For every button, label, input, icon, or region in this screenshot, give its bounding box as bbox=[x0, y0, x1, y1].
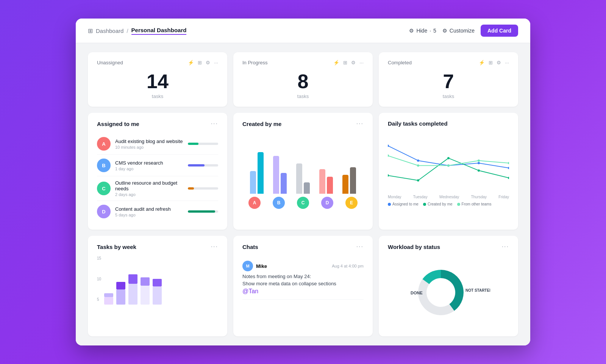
donut-chart-wrap: DONENOT STARTED bbox=[388, 256, 509, 329]
svg-point-4 bbox=[508, 167, 509, 169]
stat-unassigned-actions: ⚡ ⊞ ⚙ ··· bbox=[188, 60, 218, 65]
day-label: Thursday bbox=[471, 195, 487, 199]
add-card-button[interactable]: Add Card bbox=[481, 25, 518, 37]
y-label: 10 bbox=[97, 277, 101, 281]
bar-group bbox=[250, 152, 264, 194]
task-name: Outline resource and budget needs bbox=[115, 180, 183, 191]
bar-group bbox=[296, 163, 310, 194]
stat-completed: Completed ⚡ ⊞ ⚙ ··· 7 tasks bbox=[379, 52, 518, 107]
workload-title: Workload by status bbox=[388, 244, 440, 250]
settings-icon: ⚙ bbox=[442, 28, 447, 34]
task-item[interactable]: C Outline resource and budget needs 2 da… bbox=[97, 176, 218, 201]
task-time: 2 days ago bbox=[115, 192, 183, 197]
svg-point-6 bbox=[417, 179, 419, 182]
legend-item: From other teams bbox=[457, 202, 492, 206]
svg-point-7 bbox=[447, 157, 450, 159]
expand-icon[interactable]: ⊞ bbox=[489, 60, 493, 65]
stat-inprogress-actions: ⚡ ⊞ ⚙ ··· bbox=[333, 60, 364, 65]
bottom-grid: Tasks by week ··· 15105 Chats ··· M Mike bbox=[88, 236, 518, 336]
daily-title: Daily tasks completed bbox=[388, 120, 448, 127]
svg-text:NOT STARTED: NOT STARTED bbox=[465, 288, 490, 292]
created-title: Created by me bbox=[242, 121, 281, 127]
svg-text:DONE: DONE bbox=[411, 291, 423, 295]
workload-menu[interactable]: ··· bbox=[502, 243, 509, 250]
breadcrumb-link[interactable]: Dashboard bbox=[96, 28, 123, 34]
legend-item: Created by me bbox=[423, 202, 453, 206]
chats-more-menu[interactable]: ··· bbox=[356, 243, 364, 250]
bar-chart-avatar: B bbox=[273, 197, 285, 209]
bar-chart-avatar: A bbox=[248, 197, 261, 209]
more-icon[interactable]: ··· bbox=[359, 60, 364, 65]
bar-group bbox=[342, 167, 356, 194]
filter-icon[interactable]: ⚡ bbox=[479, 60, 485, 65]
stats-row: Unassigned ⚡ ⊞ ⚙ ··· 14 tasks In Progres… bbox=[88, 52, 518, 107]
stat-completed-label: tasks bbox=[388, 93, 509, 99]
hide-button[interactable]: ⚙ Hide · 5 bbox=[409, 28, 436, 34]
svg-point-14 bbox=[508, 162, 509, 164]
more-icon[interactable]: ··· bbox=[214, 60, 218, 65]
dashboard-icon: ⊞ bbox=[88, 27, 93, 34]
day-label: Friday bbox=[498, 195, 509, 199]
svg-point-1 bbox=[417, 159, 419, 162]
workload-card: Workload by status ··· DONENOT STARTED bbox=[379, 236, 518, 336]
chats-title: Chats bbox=[242, 244, 258, 250]
task-list: A Audit existing blog and website 10 min… bbox=[97, 133, 218, 222]
day-label: Tuesday bbox=[413, 195, 428, 199]
weekly-chart bbox=[103, 259, 163, 305]
assigned-to-me-card: Assigned to me ··· A Audit existing blog… bbox=[88, 113, 227, 230]
header: ⊞ Dashboard / Personal Dashboard ⚙ Hide … bbox=[76, 19, 530, 43]
svg-point-12 bbox=[447, 165, 450, 167]
y-label: 15 bbox=[97, 256, 101, 260]
header-actions: ⚙ Hide · 5 ⚙ Customize Add Card bbox=[409, 25, 518, 37]
expand-icon[interactable]: ⊞ bbox=[343, 60, 347, 65]
more-icon[interactable]: ··· bbox=[505, 60, 509, 65]
task-name: Audit existing blog and website bbox=[115, 138, 183, 144]
breadcrumb-current: Personal Dashboard bbox=[131, 27, 187, 35]
created-bar-chart bbox=[242, 133, 364, 194]
stat-completed-actions: ⚡ ⊞ ⚙ ··· bbox=[479, 60, 509, 65]
gear-icon[interactable]: ⚙ bbox=[206, 60, 210, 65]
daily-tasks-card: Daily tasks completed MondayTuesdayWedne… bbox=[379, 113, 518, 230]
breadcrumb-sep: / bbox=[127, 28, 128, 34]
created-more-menu[interactable]: ··· bbox=[356, 120, 364, 127]
weekly-bar-group bbox=[128, 274, 137, 305]
filter-icon[interactable]: ⚡ bbox=[188, 60, 194, 65]
chats-card: Chats ··· M Mike Aug 4 at 4:00 pm Notes … bbox=[233, 236, 373, 336]
weekly-bar-group bbox=[116, 282, 125, 305]
bar-chart-avatar: C bbox=[297, 197, 309, 209]
filter-icon: ⚙ bbox=[409, 28, 414, 34]
bar-chart-avatar: E bbox=[345, 197, 358, 209]
task-name: Content audit and refresh bbox=[115, 206, 183, 212]
filter-icon[interactable]: ⚡ bbox=[333, 60, 339, 65]
app-window: ⊞ Dashboard / Personal Dashboard ⚙ Hide … bbox=[76, 19, 530, 345]
stat-completed-title: Completed bbox=[388, 60, 412, 65]
gear-icon[interactable]: ⚙ bbox=[497, 60, 501, 65]
task-item[interactable]: A Audit existing blog and website 10 min… bbox=[97, 133, 218, 155]
tasks-week-menu[interactable]: ··· bbox=[211, 243, 218, 250]
assigned-title: Assigned to me bbox=[97, 121, 139, 127]
weekly-chart-wrap: 15105 bbox=[97, 256, 218, 305]
created-avatars: ABCDE bbox=[242, 197, 364, 209]
stat-unassigned-number: 14 bbox=[97, 70, 218, 93]
gear-icon[interactable]: ⚙ bbox=[351, 60, 356, 65]
stat-inprogress-number: 8 bbox=[242, 70, 364, 93]
chat-messages: M Mike Aug 4 at 4:00 pm Notes from meeti… bbox=[242, 256, 364, 300]
chart-legend: Assigned to meCreated by meFrom other te… bbox=[388, 202, 509, 206]
weekly-bar-group bbox=[153, 279, 162, 305]
task-time: 1 day ago bbox=[115, 166, 183, 171]
task-item[interactable]: B CMS vendor research 1 day ago bbox=[97, 155, 218, 176]
weekly-bar-group bbox=[141, 277, 150, 305]
weekly-bar-group bbox=[104, 293, 113, 305]
expand-icon[interactable]: ⊞ bbox=[198, 60, 202, 65]
bar-group bbox=[319, 169, 333, 194]
customize-button[interactable]: ⚙ Customize bbox=[442, 28, 475, 34]
task-name: CMS vendor research bbox=[115, 160, 183, 166]
task-time: 5 days ago bbox=[115, 213, 183, 217]
svg-point-8 bbox=[478, 170, 480, 172]
chart-day-labels: MondayTuesdayWednesdayThursdayFriday bbox=[388, 195, 509, 199]
task-item[interactable]: D Content audit and refresh 5 days ago bbox=[97, 201, 218, 222]
legend-item: Assigned to me bbox=[388, 202, 419, 206]
svg-point-11 bbox=[417, 165, 419, 167]
middle-grid: Assigned to me ··· A Audit existing blog… bbox=[88, 113, 518, 230]
assigned-more-menu[interactable]: ··· bbox=[211, 120, 218, 127]
